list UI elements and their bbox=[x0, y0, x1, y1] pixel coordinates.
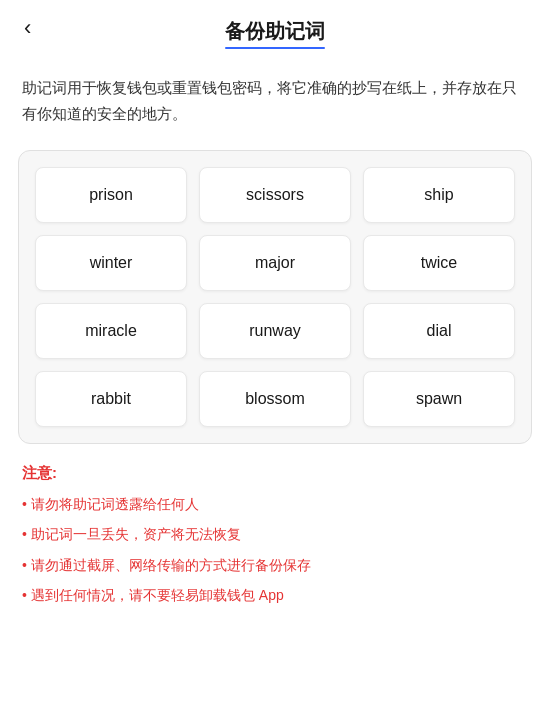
mnemonic-word: major bbox=[199, 235, 351, 291]
notice-item-text: 遇到任何情况，请不要轻易卸载钱包 App bbox=[31, 584, 284, 606]
notice-bullet: • bbox=[22, 523, 27, 545]
mnemonic-word: twice bbox=[363, 235, 515, 291]
notice-item: •助记词一旦丢失，资产将无法恢复 bbox=[22, 523, 528, 545]
notice-bullet: • bbox=[22, 584, 27, 606]
mnemonic-word: rabbit bbox=[35, 371, 187, 427]
title-underline bbox=[225, 47, 325, 49]
header: ‹ 备份助记词 bbox=[0, 0, 550, 55]
notice-item: •请勿通过截屏、网络传输的方式进行备份保存 bbox=[22, 554, 528, 576]
description-text: 助记词用于恢复钱包或重置钱包密码，将它准确的抄写在纸上，并存放在只有你知道的安全… bbox=[0, 55, 550, 142]
mnemonic-word: blossom bbox=[199, 371, 351, 427]
page-title: 备份助记词 bbox=[225, 18, 325, 45]
notice-item: •请勿将助记词透露给任何人 bbox=[22, 493, 528, 515]
notice-title: 注意: bbox=[22, 464, 528, 483]
notice-section: 注意: •请勿将助记词透露给任何人•助记词一旦丢失，资产将无法恢复•请勿通过截屏… bbox=[0, 464, 550, 635]
notice-item-text: 助记词一旦丢失，资产将无法恢复 bbox=[31, 523, 241, 545]
mnemonic-word: ship bbox=[363, 167, 515, 223]
mnemonic-word: miracle bbox=[35, 303, 187, 359]
back-button[interactable]: ‹ bbox=[20, 11, 35, 45]
page-title-text: 备份助记词 bbox=[225, 20, 325, 42]
mnemonic-word: winter bbox=[35, 235, 187, 291]
mnemonic-word: runway bbox=[199, 303, 351, 359]
mnemonic-grid: prisonscissorsshipwintermajortwicemiracl… bbox=[35, 167, 515, 427]
mnemonic-word: prison bbox=[35, 167, 187, 223]
notice-item-text: 请勿通过截屏、网络传输的方式进行备份保存 bbox=[31, 554, 311, 576]
notice-bullet: • bbox=[22, 493, 27, 515]
mnemonic-word: spawn bbox=[363, 371, 515, 427]
mnemonic-word: dial bbox=[363, 303, 515, 359]
notice-bullet: • bbox=[22, 554, 27, 576]
notice-item-text: 请勿将助记词透露给任何人 bbox=[31, 493, 199, 515]
notice-item: •遇到任何情况，请不要轻易卸载钱包 App bbox=[22, 584, 528, 606]
mnemonic-word: scissors bbox=[199, 167, 351, 223]
mnemonic-grid-container: prisonscissorsshipwintermajortwicemiracl… bbox=[18, 150, 532, 444]
